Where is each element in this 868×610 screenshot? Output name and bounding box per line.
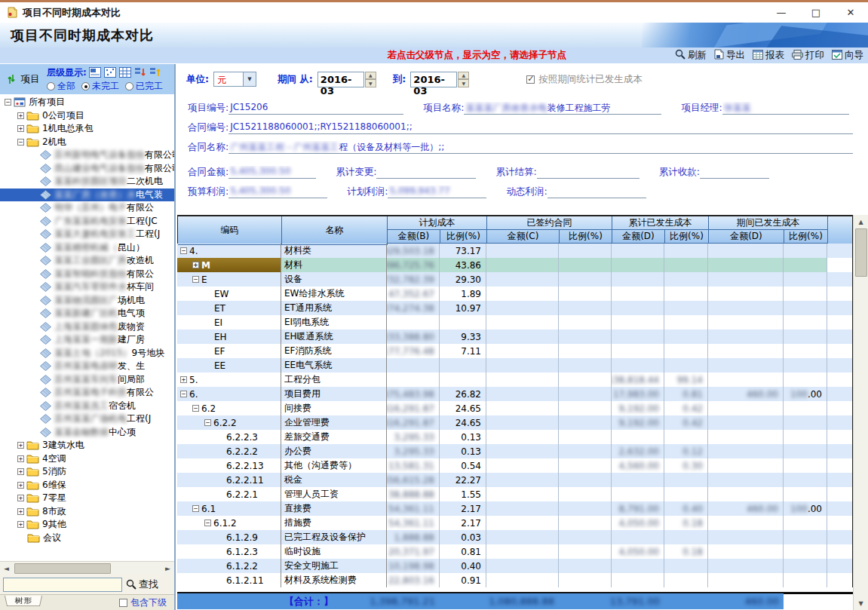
table-row[interactable]: EHEH暖通系统233,388.809.33 xyxy=(177,330,853,344)
column-header-amount[interactable]: 金额(C) xyxy=(487,230,560,244)
toolbar-button-导出[interactable]: 导出 xyxy=(714,49,745,62)
collapse-icon[interactable]: − xyxy=(192,276,199,283)
tree-item[interactable]: 苏州某某车间车间局部 xyxy=(0,373,174,387)
collapse-icon[interactable]: − xyxy=(5,99,11,106)
group-header-label[interactable]: 已签约合同 xyxy=(487,216,612,230)
collapse-icon[interactable]: − xyxy=(204,520,211,526)
code-cell[interactable]: ET xyxy=(177,301,281,315)
table-row[interactable]: 6.1.2.11材料及系统检测费22,803.160.91 xyxy=(177,573,853,587)
radio-dot[interactable] xyxy=(125,82,133,90)
radio-dot[interactable] xyxy=(47,82,55,90)
table-row[interactable]: −E设备732,782.3929.30 xyxy=(177,272,853,287)
field-value[interactable]: 5,099,943.77 xyxy=(388,185,486,198)
tree-item[interactable]: 某某厂房（改造）水电气装 xyxy=(0,189,174,202)
tree-item[interactable]: 某某物流园区广场机电 xyxy=(0,294,174,308)
tree-item[interactable]: 明华（苏州）电子有限公 xyxy=(0,201,174,215)
tree-item[interactable]: 某某新建厂区机电气项 xyxy=(0,307,174,320)
column-header-name[interactable]: 名称 xyxy=(282,216,388,245)
period-to-spinner[interactable]: 2016-03 ▲▼ xyxy=(410,72,469,87)
table-row[interactable]: 6.1.2.3临时设施20,371.970.814,050.000.18 xyxy=(177,544,853,559)
collapse-icon[interactable]: − xyxy=(17,139,24,146)
column-header-ratio[interactable]: 比例(%) xyxy=(560,230,612,244)
stat-by-period-checkbox-box[interactable] xyxy=(526,75,535,84)
period-to-value[interactable]: 2016-03 xyxy=(410,72,457,87)
code-cell[interactable]: −6.1 xyxy=(177,501,281,516)
table-row[interactable]: 6.1.2.9已完工程及设备保护1,888.880.03 xyxy=(177,530,853,544)
tree-item[interactable]: +9其他 xyxy=(0,518,174,532)
radio-已完工[interactable]: 已完工 xyxy=(125,80,163,93)
chevron-down-icon[interactable]: ▼ xyxy=(243,72,256,86)
code-cell[interactable]: EI xyxy=(177,315,281,330)
stat-by-period-checkbox[interactable]: 按照期间统计已发生成本 xyxy=(526,73,643,86)
code-cell[interactable]: −6.2 xyxy=(177,401,281,415)
table-row[interactable]: 6.2.2.13其他（沟通费等）13,581.310.544,560.000.3… xyxy=(177,458,853,473)
code-cell[interactable]: 6.1.2.3 xyxy=(177,544,281,559)
expand-icon[interactable]: + xyxy=(17,112,24,119)
expand-icon[interactable]: + xyxy=(192,262,199,268)
minimize-button[interactable]: — xyxy=(764,2,799,23)
code-cell[interactable]: −6.1.2 xyxy=(177,516,281,530)
collapse-icon[interactable]: − xyxy=(192,505,199,512)
expand-icon[interactable]: + xyxy=(17,482,24,489)
field-value[interactable] xyxy=(700,166,769,179)
tree-search-input[interactable] xyxy=(3,578,122,592)
table-row[interactable]: −6.项目费用675,483.9826.8217,983.000.81460.0… xyxy=(177,387,853,401)
tree-item[interactable]: 某某汽车零部件水杯车间 xyxy=(0,280,174,294)
expand-icon[interactable]: + xyxy=(17,455,24,462)
group-header-label[interactable]: 期间已发生成本 xyxy=(709,216,828,230)
tree-horizontal-scrollbar[interactable]: ◄ ► xyxy=(0,561,174,575)
tree-item[interactable]: +7零星 xyxy=(0,492,174,505)
tab-tree-view[interactable]: 树形 xyxy=(5,596,42,606)
table-row[interactable]: 6.2.2.2办公费3,295.330.132,632.000.12 xyxy=(177,444,853,458)
radio-全部[interactable]: 全部 xyxy=(47,80,75,93)
tree-item[interactable]: 上海某某固体危废物资 xyxy=(0,320,174,334)
field-value[interactable]: JC1521188060001;;RY1521188060001;; xyxy=(229,121,853,134)
tree-item[interactable]: 苏州新明电气设备股份有限公司 xyxy=(0,149,174,162)
table-row[interactable]: 6.1.2.2安全文明施工10,198.980.40 xyxy=(177,559,853,573)
column-header-amount[interactable]: 金额(D) xyxy=(709,230,784,244)
code-cell[interactable]: 6.2.2.3 xyxy=(177,430,281,444)
radio-未完工[interactable]: 未完工 xyxy=(81,80,119,93)
code-cell[interactable]: 6.2.2.11 xyxy=(177,473,281,487)
table-row[interactable]: EFEF消防系统177,776.487.11 xyxy=(177,344,853,358)
spin-up-icon[interactable]: ▲ xyxy=(458,72,469,80)
spin-down-icon[interactable]: ▼ xyxy=(458,79,469,87)
spin-up-icon[interactable]: ▲ xyxy=(365,72,376,80)
code-cell[interactable]: EW xyxy=(177,287,281,301)
table-vscroll-thumb[interactable] xyxy=(855,228,867,277)
code-cell[interactable]: −6.2.2 xyxy=(177,415,281,430)
collapse-icon[interactable]: − xyxy=(180,247,187,254)
collapse-icon[interactable]: − xyxy=(180,391,187,397)
tree-item[interactable]: −2机电 xyxy=(0,136,174,149)
group-header-label[interactable]: 累计已发生成本 xyxy=(612,216,709,230)
field-value[interactable] xyxy=(537,166,639,179)
scroll-right-arrow-icon[interactable]: ► xyxy=(161,562,174,575)
table-row[interactable]: +5.工程分包138,818.4499.14 xyxy=(177,372,853,387)
tree-item[interactable]: 某某工业园区厂房改造机 xyxy=(0,254,174,268)
tree-item[interactable]: 会议 xyxy=(0,532,174,545)
view-mode-3-button[interactable] xyxy=(119,67,132,78)
period-from-spinner[interactable]: 2016-03 ▲▼ xyxy=(317,72,376,87)
code-cell[interactable]: −E xyxy=(177,272,281,287)
collapse-icon[interactable]: − xyxy=(204,419,211,426)
tree-item[interactable]: 某某智能科技股份有限公 xyxy=(0,268,174,281)
table-row[interactable]: EEEE电气系统 xyxy=(177,358,853,372)
column-header-amount[interactable]: 金额(B) xyxy=(388,230,440,244)
tree-item[interactable]: 苏州某某电子科技有限公 xyxy=(0,386,174,400)
code-cell[interactable]: +5. xyxy=(177,372,281,387)
field-value[interactable]: 某某某厂房改造水电装修工程施工劳 xyxy=(464,102,661,115)
column-header-ratio[interactable]: 比例(%) xyxy=(440,230,487,244)
toolbar-button-打印[interactable]: 打印 xyxy=(792,49,824,62)
collapse-icon[interactable]: − xyxy=(192,405,199,412)
field-value[interactable] xyxy=(547,185,646,198)
tree-item[interactable]: +4空调 xyxy=(0,452,174,466)
view-mode-2-button[interactable] xyxy=(104,67,117,78)
table-row[interactable]: ETET通用系统274,274.3810.97 xyxy=(177,301,853,315)
find-button[interactable]: 查找 xyxy=(126,578,158,591)
tree-item[interactable]: 昆山建业电气设备股份有限公司 xyxy=(0,162,174,176)
tree-item[interactable]: +6维保 xyxy=(0,479,174,492)
field-value[interactable]: 5,405,300.50 xyxy=(229,185,327,198)
tree-item[interactable]: 某某金融数据中心项 xyxy=(0,426,174,440)
table-row[interactable]: −6.2间接费616,291.8724.659,192.000.42 xyxy=(177,401,853,415)
tree-item[interactable]: 某某科技园区项目二次机电 xyxy=(0,175,174,189)
